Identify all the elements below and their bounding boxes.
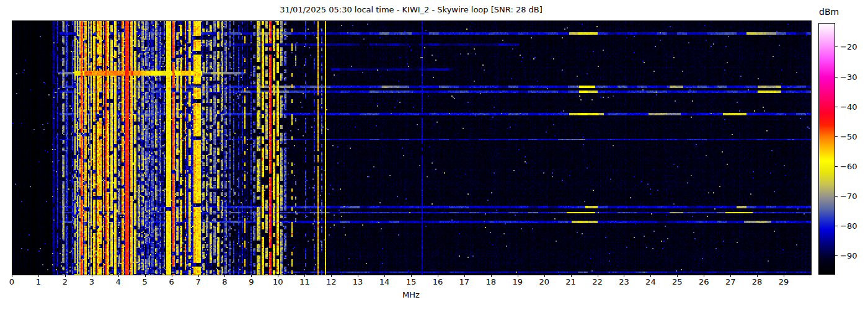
x-tick-label: 24 [638, 278, 663, 286]
spectrogram-figure: 31/01/2025 05:30 local time - KIWI_2 - S… [0, 0, 868, 310]
x-tick-label: 6 [159, 278, 184, 286]
x-tick-label: 18 [479, 278, 503, 286]
colorbar-tick-mark [835, 196, 838, 197]
x-tick-label: 13 [345, 278, 370, 286]
x-tick-label: 19 [505, 278, 530, 286]
x-tick-label: 0 [0, 278, 24, 286]
colorbar-tick-mark [835, 166, 838, 167]
colorbar-tick-label: −50 [840, 133, 868, 141]
x-tick-label: 28 [745, 278, 769, 286]
colorbar-tick-label: −30 [840, 73, 868, 81]
x-tick-label: 15 [399, 278, 423, 286]
x-tick-label: 7 [186, 278, 211, 286]
colorbar [818, 23, 835, 275]
colorbar-tick-label: −60 [840, 162, 868, 170]
x-tick-label: 8 [212, 278, 237, 286]
x-tick-label: 17 [452, 278, 477, 286]
colorbar-tick-label: −90 [840, 252, 868, 260]
x-tick-label: 20 [532, 278, 557, 286]
x-tick-label: 2 [53, 278, 78, 286]
x-tick-label: 21 [559, 278, 583, 286]
plot-title: 31/01/2025 05:30 local time - KIWI_2 - S… [12, 4, 810, 16]
x-tick-label: 12 [319, 278, 343, 286]
colorbar-tick-mark [835, 136, 838, 137]
colorbar-tick-mark [835, 255, 838, 256]
colorbar-tick-label: −70 [840, 192, 868, 200]
x-tick-label: 25 [665, 278, 689, 286]
x-tick-label: 9 [239, 278, 264, 286]
colorbar-tick-label: −40 [840, 103, 868, 111]
colorbar-tick-mark [835, 226, 838, 226]
colorbar-tick-mark [835, 46, 838, 47]
x-tick-label: 23 [611, 278, 636, 286]
spectrogram-canvas [12, 21, 811, 275]
colorbar-tick-label: −20 [840, 43, 868, 51]
plot-area [12, 20, 812, 275]
colorbar-tick-mark [835, 107, 838, 107]
x-tick-label: 27 [718, 278, 743, 286]
x-tick-label: 22 [585, 278, 610, 286]
colorbar-unit-label: dBm [819, 7, 856, 17]
x-tick-label: 16 [425, 278, 450, 286]
x-tick-label: 29 [771, 278, 796, 286]
x-tick-label: 5 [133, 278, 157, 286]
colorbar-tick-mark [835, 77, 838, 78]
x-tick-label: 3 [79, 278, 104, 286]
colorbar-tick-label: −80 [840, 222, 868, 230]
x-tick-label: 14 [372, 278, 397, 286]
x-tick-label: 10 [265, 278, 290, 286]
x-axis-label: MHz [12, 291, 810, 299]
x-tick-label: 4 [106, 278, 131, 286]
x-tick-label: 1 [26, 278, 51, 286]
x-tick-label: 26 [691, 278, 716, 286]
x-tick-label: 11 [292, 278, 317, 286]
